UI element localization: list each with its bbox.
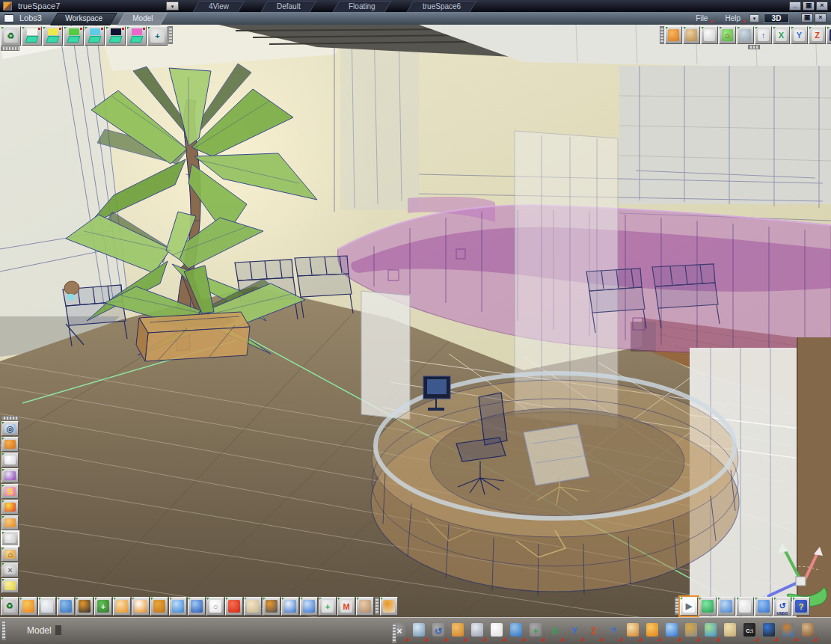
material-rainbow-icon[interactable] — [1, 500, 19, 515]
viewport-3d[interactable] — [0, 25, 831, 618]
scene-home-icon[interactable]: ⌂ — [1, 547, 19, 562]
paint-face-icon[interactable] — [76, 597, 93, 616]
toolbar-grip[interactable] — [1, 46, 19, 51]
grab-tool-icon[interactable] — [624, 621, 642, 641]
toolbar-grip[interactable] — [168, 26, 173, 44]
axis-x-icon[interactable]: X — [773, 26, 790, 44]
spray-tool-icon[interactable] — [507, 621, 525, 641]
utilities-icon[interactable]: × — [1, 562, 19, 577]
collaborate-icon[interactable] — [779, 621, 797, 641]
library-panel-icon[interactable] — [721, 621, 739, 641]
scene-slot-white[interactable] — [22, 26, 42, 46]
render-view-icon[interactable] — [737, 26, 754, 44]
material-view-icon[interactable]: M — [337, 597, 355, 616]
home-view-icon[interactable]: ⌂ — [719, 26, 736, 44]
minimize-button[interactable]: _ — [789, 1, 801, 10]
pane-restore-button[interactable]: ▣ — [801, 13, 813, 22]
grid-axis-icon[interactable] — [682, 621, 700, 641]
tab-workspace[interactable]: Workspace — [50, 13, 117, 25]
render-frame-icon[interactable] — [799, 621, 817, 641]
save-icon[interactable] — [468, 621, 486, 641]
axis-z-icon[interactable]: Z — [809, 26, 826, 44]
script-icon[interactable]: S — [1, 484, 19, 499]
axis-y-icon[interactable]: Y — [791, 26, 808, 44]
menu-dropdown-button[interactable]: ▾ — [749, 14, 759, 22]
toolbar-grip[interactable] — [675, 597, 679, 615]
layout-tab-default[interactable]: Default — [261, 1, 316, 12]
delete-scene-icon[interactable]: ♻ — [1, 26, 21, 46]
display-slab[interactable] — [361, 291, 410, 420]
wireframe-cube-icon[interactable] — [683, 26, 700, 44]
draw-pencil-icon[interactable] — [188, 597, 206, 616]
tab-model[interactable]: Model — [117, 13, 168, 25]
add-material-icon[interactable]: + — [94, 597, 112, 616]
plugin-icon[interactable] — [380, 597, 398, 616]
command-prompt[interactable]: Model — [27, 625, 61, 636]
y-constraint-icon[interactable]: Y — [565, 621, 583, 641]
pan-view-icon[interactable]: + — [827, 26, 831, 44]
layout-tab-truespace6[interactable]: trueSpace6 — [407, 1, 477, 12]
layout-tab-floating[interactable]: Floating — [332, 1, 390, 12]
x-constraint-icon[interactable]: X — [546, 621, 564, 641]
lasso-icon[interactable]: ○ — [206, 597, 224, 616]
statusbar-grip[interactable] — [1, 621, 6, 640]
unwrap-box-icon[interactable] — [1, 515, 19, 530]
deform-icon[interactable] — [1, 468, 19, 483]
close-button[interactable]: × — [816, 1, 828, 10]
walk-view-icon[interactable]: ↑ — [755, 26, 772, 44]
menu-file[interactable]: File — [696, 14, 713, 22]
bake-texture-icon[interactable] — [263, 597, 280, 616]
point-edit-icon[interactable] — [1, 437, 19, 452]
add-scene-icon[interactable]: + — [147, 26, 168, 46]
sphere-tool-icon[interactable] — [643, 621, 661, 641]
query-tool-icon[interactable]: ? — [604, 621, 622, 641]
checker-flag-icon[interactable] — [281, 597, 299, 616]
render-image-icon[interactable] — [702, 621, 720, 641]
delete-material-icon[interactable]: ♻ — [1, 597, 19, 616]
material-sphere-icon[interactable] — [19, 597, 37, 616]
environment-sphere-icon[interactable] — [300, 597, 318, 616]
scene-slot-yellow[interactable] — [43, 26, 63, 46]
actor-head-icon[interactable] — [356, 597, 374, 616]
airbrush-icon[interactable] — [57, 597, 75, 616]
point-move-icon[interactable] — [755, 597, 773, 616]
menu-help[interactable]: Help — [725, 14, 746, 22]
cube-tool-icon[interactable] — [488, 621, 506, 641]
zoom-scene-icon[interactable]: ◎ — [1, 421, 19, 436]
restore-button[interactable]: ▣ — [803, 1, 815, 10]
object-axes-icon[interactable]: + — [319, 597, 337, 616]
scene-slot-magenta[interactable] — [126, 26, 147, 46]
object-mode-icon[interactable] — [665, 26, 682, 44]
annotate-icon[interactable] — [1, 578, 19, 593]
scene-document-tab[interactable]: Lobs3 — [19, 13, 42, 22]
uv-editor-icon[interactable] — [169, 597, 187, 616]
border-select-icon[interactable] — [701, 26, 718, 44]
toolbar-grip[interactable] — [375, 597, 379, 615]
view-3d-button[interactable]: 3D — [764, 13, 789, 23]
toolbar-grip[interactable] — [660, 26, 664, 44]
reception-desk-object[interactable] — [371, 373, 739, 596]
pane-close-button[interactable]: × — [815, 13, 827, 22]
scene-slot-cyan[interactable] — [85, 26, 105, 46]
model-library-icon[interactable] — [1, 531, 19, 546]
toolbar-grip[interactable] — [1, 416, 19, 420]
palette-icon[interactable] — [244, 597, 262, 616]
paint-object-icon[interactable] — [113, 597, 131, 616]
toolbar-grip[interactable] — [392, 624, 396, 643]
axes-tool-icon[interactable]: + — [527, 621, 545, 641]
layout-tab-4view[interactable]: 4View — [193, 1, 245, 12]
console-icon[interactable]: C:\ — [740, 621, 758, 641]
scene-slot-green[interactable] — [64, 26, 84, 46]
erase-material-icon[interactable] — [132, 597, 150, 616]
select-tool-icon[interactable]: ▶ — [680, 597, 698, 616]
primitives-icon[interactable] — [1, 453, 19, 467]
scene-slot-navy[interactable] — [105, 26, 126, 46]
title-dropdown-button[interactable]: ▾ — [166, 1, 179, 10]
cone-tool-icon[interactable] — [663, 621, 681, 641]
object-box-tool-icon[interactable] — [449, 621, 467, 641]
pick-material-icon[interactable] — [38, 597, 56, 616]
toolbar-slider[interactable] — [748, 45, 760, 49]
sweep-tool-icon[interactable]: ↺ — [429, 621, 447, 641]
link-editor-icon[interactable] — [760, 621, 778, 641]
widget-tool-icon[interactable] — [410, 621, 428, 641]
